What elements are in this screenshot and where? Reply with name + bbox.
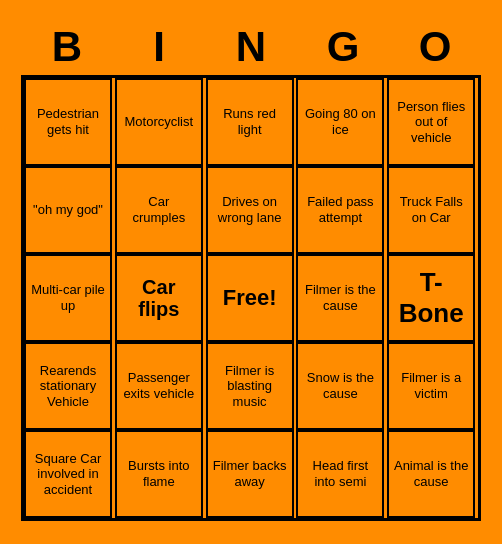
bingo-cell-r1-c0: "oh my god" bbox=[24, 166, 112, 254]
bingo-cell-r2-c2: Free! bbox=[206, 254, 294, 342]
bingo-cell-r4-c4: Animal is the cause bbox=[387, 430, 475, 518]
bingo-cell-r0-c2: Runs red light bbox=[206, 78, 294, 166]
bingo-header-letter: G bbox=[299, 23, 387, 71]
bingo-cell-r4-c1: Bursts into flame bbox=[115, 430, 203, 518]
bingo-cell-r1-c1: Car crumples bbox=[115, 166, 203, 254]
bingo-cell-r1-c4: Truck Falls on Car bbox=[387, 166, 475, 254]
bingo-cell-r0-c4: Person flies out of vehicle bbox=[387, 78, 475, 166]
bingo-cell-r2-c3: Filmer is the cause bbox=[296, 254, 384, 342]
bingo-header-letter: N bbox=[207, 23, 295, 71]
bingo-grid: Pedestrian gets hitMotorcyclistRuns red … bbox=[21, 75, 481, 521]
bingo-cell-r4-c0: Square Car involved in accident bbox=[24, 430, 112, 518]
bingo-cell-r1-c2: Drives on wrong lane bbox=[206, 166, 294, 254]
bingo-cell-r3-c2: Filmer is blasting music bbox=[206, 342, 294, 430]
bingo-cell-r2-c0: Multi-car pile up bbox=[24, 254, 112, 342]
bingo-cell-r3-c3: Snow is the cause bbox=[296, 342, 384, 430]
bingo-cell-r2-c1: Car flips bbox=[115, 254, 203, 342]
bingo-cell-r0-c1: Motorcyclist bbox=[115, 78, 203, 166]
bingo-cell-r1-c3: Failed pass attempt bbox=[296, 166, 384, 254]
bingo-header-letter: B bbox=[23, 23, 111, 71]
bingo-cell-r4-c2: Filmer backs away bbox=[206, 430, 294, 518]
bingo-header-letter: O bbox=[391, 23, 479, 71]
bingo-cell-r2-c4: T-Bone bbox=[387, 254, 475, 342]
bingo-cell-r3-c1: Passenger exits vehicle bbox=[115, 342, 203, 430]
bingo-card: BINGO Pedestrian gets hitMotorcyclistRun… bbox=[11, 13, 491, 531]
bingo-cell-r0-c3: Going 80 on ice bbox=[296, 78, 384, 166]
bingo-cell-r3-c0: Rearends stationary Vehicle bbox=[24, 342, 112, 430]
bingo-cell-r0-c0: Pedestrian gets hit bbox=[24, 78, 112, 166]
bingo-header: BINGO bbox=[21, 23, 481, 71]
bingo-cell-r4-c3: Head first into semi bbox=[296, 430, 384, 518]
bingo-header-letter: I bbox=[115, 23, 203, 71]
bingo-cell-r3-c4: Filmer is a victim bbox=[387, 342, 475, 430]
